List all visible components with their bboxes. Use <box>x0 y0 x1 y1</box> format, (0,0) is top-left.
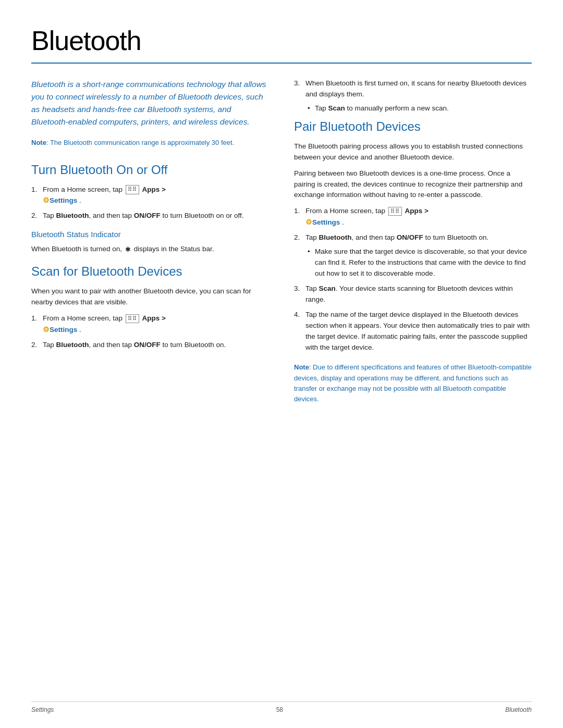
right-column: 3. When Bluetooth is first turned on, it… <box>294 78 532 404</box>
title-divider <box>31 63 532 64</box>
apps-icon: ⠿⠿ <box>126 185 139 194</box>
settings-icon-3: ⚙Settings <box>305 217 340 228</box>
scan-step-2-text: Tap Bluetooth, and then tap ON/OFF to tu… <box>43 341 226 349</box>
pair-step-num-1: 1. <box>294 206 300 217</box>
pair-devices-title: Pair Bluetooth Devices <box>294 119 532 134</box>
status-indicator-text: When Bluetooth is turned on, ✱ displays … <box>31 244 269 255</box>
note-label: Note <box>31 139 46 146</box>
apps-icon-3: ⠿⠿ <box>388 207 402 216</box>
onoff-term-2: ON/OFF <box>134 341 161 349</box>
two-column-layout: Bluetooth is a short-range communication… <box>31 78 532 404</box>
settings-label-2: Settings <box>50 326 77 334</box>
pair-note-label: Note <box>294 363 309 371</box>
pair-note-text: : Due to different specifications and fe… <box>294 363 532 402</box>
pair-step-num-4: 4. <box>294 310 300 320</box>
apps-label-3: Apps > <box>405 207 429 215</box>
pair-step-2-text: Tap Bluetooth, and then tap ON/OFF to tu… <box>305 233 488 241</box>
scan-term: Scan <box>328 104 345 112</box>
gear-symbol-3: ⚙ <box>305 218 312 226</box>
pair-step-3-text: Tap Scan. Your device starts scanning fo… <box>305 285 513 303</box>
right-step-3: 3. When Bluetooth is first turned on, it… <box>294 78 532 114</box>
scan-step-1-text: From a Home screen, tap ⠿⠿ Apps > ⚙Setti… <box>43 314 166 333</box>
turn-step-2: 2. Tap Bluetooth, and then tap ON/OFF to… <box>31 211 269 221</box>
pair-step-1-text: From a Home screen, tap ⠿⠿ Apps > ⚙Setti… <box>305 207 429 226</box>
right-step-3-bullets: Tap Scan to manually perform a new scan. <box>305 103 532 114</box>
pair-step-2-bullets: Make sure that the target device is disc… <box>305 246 532 279</box>
scan-term-2: Scan <box>319 285 336 292</box>
turn-step-1-text: From a Home screen, tap ⠿⠿ Apps > ⚙Setti… <box>43 186 166 204</box>
footer-right: Bluetooth <box>505 706 532 713</box>
pair-step-3: 3. Tap Scan. Your device starts scanning… <box>294 283 532 305</box>
pair-steps: 1. From a Home screen, tap ⠿⠿ Apps > ⚙Se… <box>294 206 532 353</box>
pair-intro-2: Pairing between two Bluetooth devices is… <box>294 168 532 201</box>
right-step-num-3: 3. <box>294 78 300 89</box>
scan-devices-steps: 1. From a Home screen, tap ⠿⠿ Apps > ⚙Se… <box>31 313 269 351</box>
settings-icon-2: ⚙Settings <box>43 324 77 336</box>
pair-note: Note: Due to different specifications an… <box>294 362 532 404</box>
step-num-1: 1. <box>31 184 37 195</box>
turn-on-off-title: Turn Bluetooth On or Off <box>31 163 269 177</box>
right-bullet-1: Tap Scan to manually perform a new scan. <box>305 103 532 114</box>
page-title: Bluetooth <box>31 25 532 56</box>
footer-left: Settings <box>31 706 54 713</box>
pair-step-4-text: Tap the name of the target device displa… <box>305 311 530 351</box>
footer-page-number: 58 <box>276 706 283 713</box>
scan-step-num-1: 1. <box>31 313 37 324</box>
turn-step-2-text: Tap Bluetooth, and then tap ON/OFF to tu… <box>43 212 243 219</box>
pair-step-num-2: 2. <box>294 232 300 243</box>
scan-devices-intro: When you want to pair with another Bluet… <box>31 286 269 308</box>
settings-label: Settings <box>50 196 77 204</box>
right-top-steps: 3. When Bluetooth is first turned on, it… <box>294 78 532 114</box>
pair-intro-1: The Bluetooth pairing process allows you… <box>294 141 532 163</box>
onoff-term: ON/OFF <box>134 212 161 219</box>
left-column: Bluetooth is a short-range communication… <box>31 78 269 404</box>
apps-label-2: Apps > <box>142 314 166 322</box>
step-num-2: 2. <box>31 211 37 221</box>
apps-icon-2: ⠿⠿ <box>126 314 139 323</box>
right-step-3-text: When Bluetooth is first turned on, it sc… <box>305 79 527 98</box>
pair-step-1: 1. From a Home screen, tap ⠿⠿ Apps > ⚙Se… <box>294 206 532 228</box>
pair-step-4: 4. Tap the name of the target device dis… <box>294 310 532 353</box>
bluetooth-term: Bluetooth <box>56 212 89 219</box>
apps-label: Apps > <box>142 186 166 193</box>
scan-devices-title: Scan for Bluetooth Devices <box>31 264 269 279</box>
scan-step-num-2: 2. <box>31 340 37 351</box>
onoff-term-3: ON/OFF <box>397 233 423 241</box>
scan-step-1: 1. From a Home screen, tap ⠿⠿ Apps > ⚙Se… <box>31 313 269 336</box>
settings-label-3: Settings <box>312 218 340 226</box>
intro-text: Bluetooth is a short-range communication… <box>31 78 269 128</box>
bluetooth-term-2: Bluetooth <box>56 341 89 349</box>
gear-symbol: ⚙ <box>43 196 50 204</box>
turn-on-off-steps: 1. From a Home screen, tap ⠿⠿ Apps > ⚙Se… <box>31 184 269 222</box>
bluetooth-term-3: Bluetooth <box>319 233 352 241</box>
turn-step-1: 1. From a Home screen, tap ⠿⠿ Apps > ⚙Se… <box>31 184 269 207</box>
page-footer: Settings 58 Bluetooth <box>31 701 532 713</box>
scan-step-2: 2. Tap Bluetooth, and then tap ON/OFF to… <box>31 340 269 351</box>
pair-step-2: 2. Tap Bluetooth, and then tap ON/OFF to… <box>294 232 532 279</box>
pair-bullet-1: Make sure that the target device is disc… <box>305 246 532 279</box>
settings-icon: ⚙Settings <box>43 195 77 206</box>
status-indicator-title: Bluetooth Status Indicator <box>31 230 269 239</box>
pair-step-num-3: 3. <box>294 283 300 294</box>
note-content: : The Bluetooth communication range is a… <box>46 139 234 146</box>
intro-note: Note: The Bluetooth communication range … <box>31 138 269 148</box>
bluetooth-symbol: ✱ <box>125 244 131 255</box>
page: Bluetooth Bluetooth is a short-range com… <box>0 0 563 728</box>
gear-symbol-2: ⚙ <box>43 325 50 334</box>
